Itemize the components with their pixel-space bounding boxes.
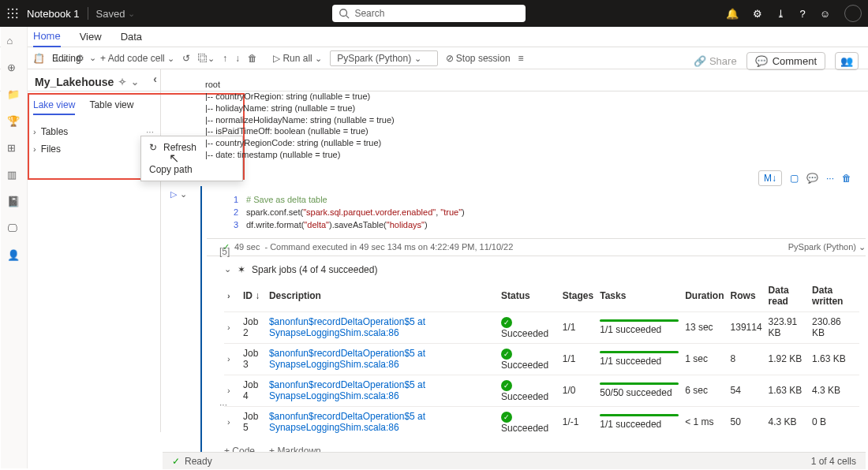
- spark-jobs-header[interactable]: ⌄ ✶ Spark jobs (4 of 4 succeeded): [224, 259, 866, 280]
- chevron-right-icon[interactable]: ›: [227, 291, 230, 300]
- tab-home[interactable]: Home: [33, 27, 61, 47]
- home-icon[interactable]: ⌂: [7, 35, 21, 49]
- output-icon[interactable]: ▢: [790, 173, 799, 184]
- tab-view[interactable]: View: [80, 31, 102, 43]
- feedback-icon[interactable]: ☺: [820, 8, 830, 20]
- stop-session-button[interactable]: ⊘ Stop session: [446, 53, 511, 64]
- chevron-right-icon[interactable]: ›: [227, 417, 230, 427]
- notebook-title[interactable]: Notebook 1: [27, 8, 80, 20]
- progress-bar: [600, 351, 679, 353]
- search-placeholder: Search: [354, 8, 384, 19]
- config-icon[interactable]: ≡: [518, 53, 524, 64]
- trophy-icon[interactable]: 🏆: [7, 115, 21, 129]
- app-icon[interactable]: ⊞: [7, 142, 21, 156]
- wrench-icon[interactable]: ⚙: [76, 53, 84, 64]
- delete-icon[interactable]: 🗑: [248, 53, 257, 64]
- notebook-icon[interactable]: 📓: [7, 196, 21, 210]
- exec-count: [5]: [219, 246, 230, 257]
- move-down-icon[interactable]: ↓: [235, 53, 240, 64]
- chevron-right-icon[interactable]: ›: [227, 323, 230, 332]
- svg-point-3: [8, 13, 9, 14]
- svg-point-6: [8, 17, 9, 18]
- progress-bar: [600, 319, 679, 322]
- code-cell[interactable]: ▷ ⌄ 1# Save as delta table 2spark.conf.s…: [200, 186, 866, 456]
- svg-point-5: [16, 13, 17, 14]
- check-icon: ✓: [501, 317, 512, 328]
- tab-lake-view[interactable]: Lake view: [33, 99, 75, 115]
- comment-button[interactable]: 💬 Comment: [746, 52, 825, 70]
- run-cell-icon[interactable]: ▷: [170, 189, 177, 200]
- waffle-icon[interactable]: [6, 7, 19, 20]
- download-icon[interactable]: ⤓: [776, 8, 785, 20]
- delete-cell-icon[interactable]: 🗑: [842, 173, 851, 184]
- data-icon[interactable]: ▥: [7, 169, 21, 183]
- move-up-icon[interactable]: ↑: [223, 53, 227, 64]
- plus-icon[interactable]: ⊕: [7, 62, 21, 76]
- status-ready: Ready: [185, 456, 212, 467]
- svg-point-2: [16, 9, 17, 10]
- table-row[interactable]: › Job 4 $anonfun$recordDeltaOperation$5 …: [224, 375, 859, 406]
- table-row[interactable]: › Job 5 $anonfun$recordDeltaOperation$5 …: [224, 406, 859, 438]
- share-button[interactable]: 🔗 Share: [694, 55, 736, 67]
- job-link[interactable]: $anonfun$recordDeltaOperation$5 at Synap…: [269, 348, 425, 370]
- divider: [88, 7, 88, 20]
- chevron-down-icon: ⌄: [224, 264, 231, 274]
- table-row[interactable]: › Job 3 $anonfun$recordDeltaOperation$5 …: [224, 343, 859, 375]
- save-state[interactable]: Saved ⌄: [96, 8, 136, 20]
- chevron-right-icon[interactable]: ›: [227, 386, 230, 395]
- search-input[interactable]: Search: [332, 5, 526, 22]
- collapse-icon[interactable]: ‹: [153, 73, 157, 85]
- svg-line-10: [346, 16, 350, 19]
- copy-icon[interactable]: ⿻⌄: [198, 53, 215, 64]
- progress-bar: [600, 414, 679, 416]
- help-icon[interactable]: ?: [799, 8, 805, 20]
- tree-tables[interactable]: › Tables ···: [33, 123, 154, 140]
- job-link[interactable]: $anonfun$recordDeltaOperation$5 at Synap…: [269, 411, 425, 433]
- avatar[interactable]: [844, 5, 862, 22]
- chevron-down-icon[interactable]: ⌄: [180, 189, 187, 200]
- pin-icon[interactable]: ✧: [118, 76, 126, 88]
- svg-point-1: [12, 9, 13, 10]
- refresh-icon: ↻: [149, 142, 157, 153]
- folder-icon[interactable]: 📁: [7, 88, 21, 103]
- svg-point-8: [16, 17, 17, 18]
- code-line: spark.conf.set("spark.sql.parquet.vorder…: [246, 207, 465, 217]
- tree-files[interactable]: › Files: [33, 140, 154, 158]
- jobs-table: › ID ↓ Description Status Stages Tasks D…: [224, 280, 859, 438]
- people-icon[interactable]: 👥: [835, 52, 859, 70]
- kernel-select[interactable]: PySpark (Python) ⌄: [330, 50, 437, 66]
- add-code-button[interactable]: + Add code cell ⌄: [100, 53, 174, 64]
- clipboard-icon[interactable]: 📋: [33, 53, 45, 64]
- check-icon: ✓: [501, 349, 512, 360]
- check-icon: ✓: [501, 412, 512, 423]
- notifications-icon[interactable]: 🔔: [726, 8, 739, 20]
- kernel-label[interactable]: PySpark (Python) ⌄: [788, 242, 866, 252]
- tab-table-view[interactable]: Table view: [89, 99, 133, 115]
- job-link[interactable]: $anonfun$recordDeltaOperation$5 at Synap…: [269, 379, 425, 401]
- check-icon: ✓: [172, 456, 180, 467]
- svg-point-4: [12, 13, 13, 14]
- run-all-button[interactable]: ▷ Run all ⌄: [273, 53, 322, 64]
- paste-icon[interactable]: ⤓⌄: [53, 53, 68, 64]
- tab-data[interactable]: Data: [121, 31, 142, 43]
- comment-cell-icon[interactable]: 💬: [806, 173, 818, 184]
- svg-point-0: [8, 9, 9, 10]
- user-icon[interactable]: 👤: [7, 249, 21, 263]
- undo-icon[interactable]: ↺: [182, 53, 190, 64]
- markdown-toggle[interactable]: M↓: [758, 170, 782, 186]
- settings-icon[interactable]: ⚙: [753, 8, 762, 20]
- svg-point-9: [340, 9, 347, 17]
- monitor-icon[interactable]: 🖵: [7, 222, 21, 237]
- job-link[interactable]: $anonfun$recordDeltaOperation$5 at Synap…: [269, 316, 425, 338]
- chevron-right-icon[interactable]: ›: [227, 354, 230, 364]
- chevron-down-icon: ⌄: [128, 9, 135, 19]
- chevron-right-icon: ›: [33, 127, 36, 136]
- chevron-down-icon[interactable]: ⌄: [131, 76, 139, 88]
- code-line: df.write.format("delta").saveAsTable("ho…: [246, 220, 428, 229]
- lakehouse-title: My_Lakehouse: [35, 76, 114, 88]
- schema-output: root |-- countryOrRegion: string (nullab…: [163, 69, 866, 164]
- more-icon[interactable]: ···: [826, 173, 834, 184]
- more-icon[interactable]: ···: [219, 399, 227, 410]
- cell-count: 1 of 4 cells: [811, 456, 856, 467]
- table-row[interactable]: › Job 2 $anonfun$recordDeltaOperation$5 …: [224, 311, 859, 343]
